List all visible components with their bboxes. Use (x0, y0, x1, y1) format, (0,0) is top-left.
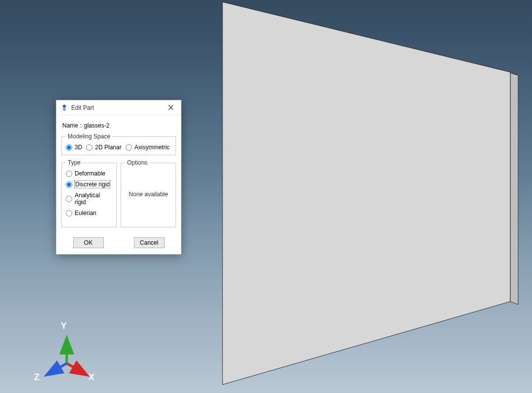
radio-axisymmetric-label: Axisymmetric (134, 144, 170, 151)
radio-discrete-rigid-input[interactable] (66, 181, 72, 188)
options-legend: Options (125, 159, 149, 166)
name-row: Name : glasses-2 (62, 122, 175, 129)
svg-marker-2 (222, 2, 510, 385)
close-button[interactable] (160, 100, 181, 115)
radio-deformable[interactable]: Deformable (66, 170, 112, 177)
name-value: glasses-2 (84, 122, 109, 129)
radio-analytical-rigid[interactable]: Analytical rigid (66, 192, 112, 206)
modeling-space-group: Modeling Space 3D 2D Planar Axisymmetric (61, 133, 176, 155)
radio-axisymmetric[interactable]: Axisymmetric (126, 144, 170, 151)
type-group: Type Deformable Discrete rigid Analytica… (61, 159, 117, 227)
axis-y-label: Y (61, 321, 67, 331)
radio-3d[interactable]: 3D (66, 144, 82, 151)
abaqus-icon (60, 104, 68, 112)
cancel-button[interactable]: Cancel (134, 237, 165, 248)
radio-2d-planar-input[interactable] (86, 144, 92, 151)
axis-z-label: Z (34, 372, 40, 383)
radio-deformable-input[interactable] (66, 171, 72, 177)
modeling-space-legend: Modeling Space (66, 133, 112, 140)
radio-3d-label: 3D (75, 144, 82, 151)
radio-deformable-label: Deformable (75, 170, 105, 177)
radio-analytical-rigid-label: Analytical rigid (75, 192, 112, 206)
svg-line-5 (48, 363, 67, 374)
svg-line-3 (67, 363, 86, 374)
name-label: Name : (62, 122, 82, 129)
radio-axisymmetric-input[interactable] (126, 144, 132, 151)
options-text: None available (129, 191, 168, 198)
close-icon (168, 105, 174, 110)
radio-3d-input[interactable] (66, 144, 72, 151)
ok-button[interactable]: OK (73, 237, 104, 248)
radio-2d-planar[interactable]: 2D Planar (86, 144, 121, 151)
axis-x-label: X (89, 372, 94, 383)
svg-marker-0 (510, 72, 518, 305)
radio-discrete-rigid[interactable]: Discrete rigid (66, 181, 112, 188)
dialog-titlebar[interactable]: Edit Part (56, 100, 181, 115)
options-group: Options None available (121, 159, 176, 227)
type-legend: Type (66, 159, 83, 166)
edit-part-dialog: Edit Part Name : glasses-2 Modeling Spac… (56, 100, 181, 255)
radio-eulerian[interactable]: Eulerian (66, 210, 112, 217)
radio-eulerian-input[interactable] (66, 210, 72, 217)
axis-triad: X Y Z (27, 314, 106, 388)
radio-analytical-rigid-input[interactable] (66, 196, 72, 202)
radio-discrete-rigid-label: Discrete rigid (75, 181, 110, 188)
radio-2d-planar-label: 2D Planar (95, 144, 121, 151)
radio-eulerian-label: Eulerian (75, 210, 96, 217)
svg-marker-1 (222, 2, 518, 75)
dialog-title: Edit Part (71, 104, 94, 111)
